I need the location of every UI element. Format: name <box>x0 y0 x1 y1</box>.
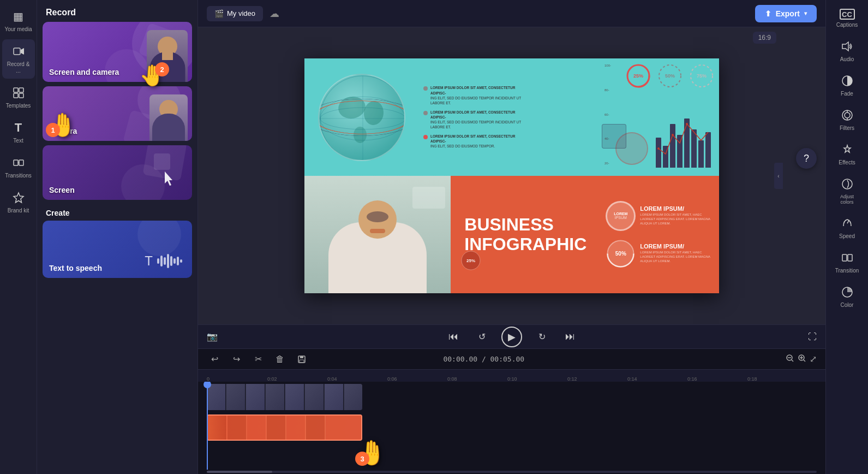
lorem-1-title: LOREM IPSUM/ <box>640 205 714 212</box>
effects-panel-item[interactable]: Effects <box>829 138 866 170</box>
ruler-mark-12: 0:12 <box>567 376 577 382</box>
timeline-time: 00:00.00 / 00:05.00 <box>443 355 524 363</box>
camera-card[interactable]: 🤚 1 Camera <box>43 86 192 141</box>
delete-button[interactable]: 🗑 <box>272 352 288 367</box>
audio-panel-item[interactable]: Audio <box>829 34 866 67</box>
stat-25: 25% <box>625 63 651 89</box>
audio-icon <box>840 39 855 54</box>
playhead[interactable] <box>207 382 208 470</box>
transition-panel-item[interactable]: Transition <box>829 246 866 278</box>
zoom-in-button[interactable] <box>798 354 806 365</box>
infographic-track-row <box>207 414 825 443</box>
cut-button[interactable]: ✂ <box>250 352 266 367</box>
stat-50: 50% <box>657 63 683 89</box>
camera-control-button[interactable]: 📷 <box>207 331 218 342</box>
help-button[interactable]: ? <box>796 148 817 169</box>
text-item-2: LOREM IPSUM DOLOR SIT AMET, CONSECTETUR … <box>423 110 595 129</box>
sidebar-item-label-text: Text <box>13 138 23 144</box>
svg-marker-47 <box>842 42 848 51</box>
svg-rect-56 <box>848 254 852 261</box>
speed-icon <box>840 216 855 231</box>
timeline-tracks: 🤚 3 <box>198 382 825 470</box>
svg-rect-5 <box>19 93 23 98</box>
screen-and-camera-label: Screen and camera <box>49 68 119 76</box>
badge-25-text: 25% <box>466 258 475 263</box>
side-circles-area: LOREM IPSUM LOREM IPSUM/ LOREM IPSUM DOL… <box>600 176 719 293</box>
sidebar-item-transitions[interactable]: Transitions <box>2 151 35 183</box>
infographic-thumb-1 <box>208 416 227 440</box>
infographic-thumb-4 <box>267 416 286 440</box>
camera-label: Camera <box>49 127 77 135</box>
color-panel-item[interactable]: Color <box>829 280 866 312</box>
biz-badge-25: 25% <box>460 250 482 271</box>
deco-rect <box>602 124 626 149</box>
screen-card[interactable]: Screen <box>43 145 192 200</box>
fade-icon <box>840 73 855 88</box>
text-items-area: LOREM IPSUM DOLOR SIT AMET, CONSECTETUR … <box>419 58 599 176</box>
sidebar-item-brand-kit[interactable]: Brand kit <box>2 186 35 218</box>
fade-panel-item[interactable]: Fade <box>829 69 866 101</box>
sidebar-item-templates[interactable]: Templates <box>2 81 35 114</box>
zoom-out-button[interactable] <box>786 354 794 365</box>
skip-to-end-button[interactable]: ⏭ <box>561 328 579 346</box>
video-preview: LOREM IPSUM DOLOR SIT AMET, CONSECTETUR … <box>304 58 719 293</box>
circle-stats: 25% 50% 75% <box>625 63 715 89</box>
undo-button[interactable]: ↩ <box>207 352 222 367</box>
timeline-ruler: 0 0:02 0:04 0:06 0:08 0:10 0:12 0:14 0:1… <box>198 370 825 382</box>
export-label: Export <box>776 9 800 18</box>
svg-rect-3 <box>19 88 23 92</box>
person-hair <box>367 211 388 222</box>
expand-timeline-button[interactable]: ⤢ <box>810 354 817 364</box>
svg-rect-11 <box>157 258 159 264</box>
redo-button[interactable]: ↪ <box>229 352 244 367</box>
scroll-track <box>207 471 817 473</box>
video-track[interactable] <box>207 384 362 410</box>
bottom-scrollbar[interactable] <box>198 470 825 474</box>
sidebar-item-text[interactable]: T Text <box>2 116 35 149</box>
skip-start-icon: ⏮ <box>448 331 458 342</box>
dot-icon-3 <box>423 135 428 139</box>
ruler-mark-04: 0:04 <box>327 376 337 382</box>
my-video-tab[interactable]: 🎬 My video <box>207 6 263 21</box>
timeline-zoom: ⤢ <box>786 354 817 365</box>
globe <box>318 74 405 161</box>
lorem-2-title: LOREM IPSUM/ <box>640 243 714 250</box>
svg-marker-1 <box>21 48 24 55</box>
rewind-5-button[interactable]: ↺ <box>473 328 490 346</box>
svg-point-32 <box>672 134 674 136</box>
sidebar-item-record[interactable]: Record &... <box>2 39 35 79</box>
play-pause-button[interactable]: ▶ <box>501 327 522 347</box>
collapse-right-panel-button[interactable]: ‹ <box>774 163 783 189</box>
speed-panel-item[interactable]: Speed <box>829 211 866 244</box>
dot-icon-2 <box>423 111 428 115</box>
forward-5-button[interactable]: ↻ <box>533 328 550 346</box>
video-track-row <box>207 384 825 412</box>
ruler-mark-02: 0:02 <box>267 376 277 382</box>
filters-panel-item[interactable]: Filters <box>829 103 866 135</box>
captions-icon: CC <box>840 9 855 20</box>
stat-50-label: 50% <box>665 73 675 79</box>
sidebar-item-label-your-media: Your media <box>4 26 32 33</box>
sidebar: ▦ Your media Record &... Templates T Tex… <box>0 0 37 474</box>
fullscreen-button[interactable]: ⛶ <box>808 332 817 342</box>
screen-and-camera-card[interactable]: 🤚 2 Screen and camera <box>43 22 192 82</box>
color-label: Color <box>841 302 854 308</box>
sidebar-item-your-media[interactable]: ▦ Your media <box>2 4 35 37</box>
adjust-colors-panel-item[interactable]: Adjustcolors <box>829 172 866 209</box>
skip-to-start-button[interactable]: ⏮ <box>445 328 462 346</box>
svg-line-54 <box>847 220 849 223</box>
ruler-mark-16: 0:16 <box>687 376 697 382</box>
export-button[interactable]: ⬆ Export ▾ <box>755 5 817 22</box>
ruler-mark-10: 0:10 <box>507 376 517 382</box>
text-to-speech-card[interactable]: Text to speech T <box>43 221 192 278</box>
svg-rect-0 <box>14 48 20 55</box>
save-button[interactable] <box>294 352 309 367</box>
captions-panel-item[interactable]: CC Captions <box>829 4 866 32</box>
svg-rect-18 <box>180 259 182 263</box>
infographic-thumb-6 <box>306 416 325 440</box>
tab-label: My video <box>227 9 255 17</box>
cloud-sync-icon[interactable]: ☁ <box>270 8 279 20</box>
play-icon: ▶ <box>508 331 516 343</box>
infographic-track[interactable] <box>207 414 362 441</box>
lorem-block-1: LOREM IPSUM/ LOREM IPSUM DOLOR SIT AMET,… <box>640 205 714 226</box>
